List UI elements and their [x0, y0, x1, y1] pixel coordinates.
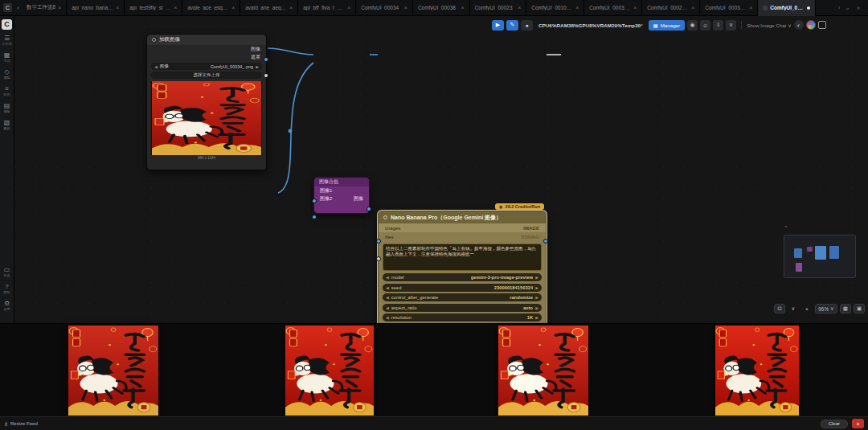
- tab-close-icon[interactable]: ×: [691, 5, 694, 10]
- minimap[interactable]: [784, 235, 856, 278]
- input-port-files[interactable]: [376, 256, 381, 261]
- workflow-tab-5[interactable]: avald_ane_aeg_1.5_×: [240, 0, 298, 16]
- workflow-tab-8[interactable]: ComfyUI_00038_×: [413, 0, 470, 16]
- theme-button[interactable]: ◐: [794, 20, 804, 30]
- workflow-tab-4[interactable]: avale_ace_esg_1.5_×: [182, 0, 240, 16]
- minimap-collapse-icon[interactable]: ⌃: [784, 225, 788, 231]
- workflow-tab-7[interactable]: ComfyUI_00034_×: [356, 0, 413, 16]
- upload-button[interactable]: 选择文件上传: [151, 72, 262, 79]
- tab-close-icon[interactable]: ×: [289, 5, 293, 10]
- sidebar-item-help[interactable]: ?帮助: [4, 283, 10, 294]
- zoom-menu-icon[interactable]: ∨: [788, 304, 799, 313]
- close-feed-button[interactable]: ×: [852, 419, 864, 428]
- generated-image-2[interactable]: [285, 326, 374, 416]
- tab-close-icon[interactable]: ×: [174, 5, 177, 10]
- output-port-image[interactable]: [366, 207, 371, 211]
- new-tab-button[interactable]: ＋: [855, 3, 862, 12]
- node-nano-banana-pro[interactable]: ◉28.2 Credits/Run Nano Banana Pro（Google…: [378, 211, 547, 323]
- workflow-tab-1[interactable]: 数字工作流8×: [22, 0, 67, 16]
- workflow-tab-2[interactable]: api_nano_banana_pro×: [67, 0, 125, 16]
- next-icon[interactable]: ▶: [535, 275, 538, 280]
- generated-image-1[interactable]: [68, 326, 158, 416]
- tab-close-icon[interactable]: ×: [749, 5, 752, 10]
- clear-feed-button[interactable]: Clear: [821, 420, 848, 428]
- sidebar-item-assets[interactable]: ▧素材: [4, 119, 10, 130]
- share-button[interactable]: ⇩: [713, 20, 723, 31]
- next-icon[interactable]: ▶: [535, 285, 538, 290]
- tab-close-icon[interactable]: ×: [633, 5, 637, 10]
- sidebar-item-queue[interactable]: ≡队列: [4, 85, 10, 96]
- widget-control-after-generate[interactable]: ◀control_after_generaterandomize▶: [383, 293, 542, 301]
- tab-close-icon[interactable]: ×: [518, 5, 521, 10]
- tabs-scroll-left-icon[interactable]: ‹: [17, 4, 19, 12]
- link-dot-icon[interactable]: [289, 129, 293, 133]
- generated-image-3[interactable]: [498, 326, 588, 416]
- tab-close-icon[interactable]: ×: [231, 5, 235, 10]
- prev-icon[interactable]: ◀: [386, 305, 389, 310]
- image-file-combo[interactable]: ◀图像ComfyUI_00034_.png▶: [151, 63, 262, 70]
- node-image-batch[interactable]: 图像合批 图像1 图像 图像2: [313, 177, 370, 214]
- workflow-tab-10[interactable]: ComfyUI_00104_ (2)×: [526, 0, 584, 16]
- notifications-button[interactable]: ◉: [687, 20, 698, 31]
- node-graph-canvas[interactable]: 加载图像 图像 遮罩 ◀图像ComfyUI_00034_.png▶ 选择文件上传…: [0, 16, 868, 323]
- prev-icon[interactable]: ◀: [386, 285, 389, 290]
- user-avatar[interactable]: [806, 20, 816, 30]
- resize-feed-control[interactable]: ⇕ Resize Feed: [4, 421, 38, 427]
- tab-close-icon[interactable]: ×: [116, 5, 119, 10]
- input-port-image2[interactable]: [312, 215, 317, 219]
- focus-mode-button[interactable]: ▣: [854, 304, 865, 313]
- tab-close-icon[interactable]: ×: [575, 5, 579, 10]
- workflow-tab-6[interactable]: api_bff_flva_t_banm×: [298, 0, 356, 16]
- tab-close-icon[interactable]: ×: [58, 5, 61, 10]
- workflow-tab-13[interactable]: ComfyUI_00036_ (2)×: [700, 0, 758, 16]
- prev-icon[interactable]: ◀: [386, 295, 389, 300]
- tab-menu-icon[interactable]: ⌄: [845, 4, 850, 11]
- workflow-tab-3[interactable]: api_test9fly_si_avid×: [125, 0, 182, 16]
- sidebar-item-settings[interactable]: ⚙设置: [4, 300, 10, 311]
- image-chat-toggle[interactable]: Show Image Chat∨: [747, 23, 792, 28]
- next-icon[interactable]: ▶: [256, 64, 259, 69]
- workflow-tab-11[interactable]: ComfyUI_00038_ (2)×: [584, 0, 642, 16]
- next-icon[interactable]: ▶: [535, 305, 538, 310]
- node-load-image-top[interactable]: 加载图像 图像 遮罩 ◀图像ComfyUI_00034_.png▶ 选择文件上传…: [146, 34, 267, 170]
- tabs-scroll-right-icon[interactable]: ›: [838, 4, 841, 11]
- workflow-tab-12[interactable]: ComfyUI_00023_ (2)×: [642, 0, 700, 16]
- workflow-tab-9[interactable]: ComfyUI_00023_×: [470, 0, 527, 16]
- collapse-dot-icon[interactable]: [152, 38, 156, 42]
- sidebar-item-templates[interactable]: ▤模板: [4, 102, 10, 113]
- tab-close-icon[interactable]: ×: [404, 5, 407, 10]
- prompt-textarea[interactable]: 结合以上二图素材制作中国特色「马上有钱」新年海报，颜色参照原图，马匹融入画面上下…: [383, 244, 542, 271]
- node-header[interactable]: Nano Banana Pro（Google Gemini 图像）: [379, 211, 546, 223]
- fullscreen-icon[interactable]: [818, 21, 826, 29]
- node-header[interactable]: 加载图像: [147, 35, 266, 45]
- quick-edit-button[interactable]: ✎: [506, 20, 518, 31]
- widget-model[interactable]: ◀modelgemini-3-pro-image-preview▶: [383, 273, 542, 281]
- next-icon[interactable]: ▶: [535, 315, 538, 320]
- tab-close-icon[interactable]: ×: [347, 5, 350, 10]
- run-button[interactable]: ▶: [492, 20, 504, 31]
- generated-image-4[interactable]: [715, 326, 799, 416]
- more-button[interactable]: ∨: [726, 20, 736, 31]
- collapse-dot-icon[interactable]: [383, 215, 387, 219]
- workflow-tab-active[interactable]: ComfyUI_00095_: [758, 0, 816, 16]
- node-header[interactable]: 图像合批: [314, 178, 369, 186]
- fit-view-button[interactable]: ⊡: [774, 304, 785, 313]
- next-icon[interactable]: ▶: [535, 295, 538, 300]
- zoom-level-button[interactable]: 96%∨: [815, 304, 837, 313]
- minimap-toggle-button[interactable]: ▦: [840, 304, 851, 313]
- sidebar-item-nodes[interactable]: ▦节点: [4, 51, 10, 63]
- prev-icon[interactable]: ◀: [386, 275, 389, 280]
- prev-icon[interactable]: ◀: [386, 315, 389, 320]
- widget-aspect-ratio[interactable]: ◀aspect_ratioauto▶: [383, 304, 542, 312]
- widget-resolution[interactable]: ◀resolution1K▶: [383, 313, 542, 321]
- close-icon[interactable]: ×: [801, 304, 813, 313]
- comfyui-logo-icon[interactable]: C: [2, 19, 12, 30]
- queue-options-button[interactable]: ●: [521, 20, 533, 31]
- account-button[interactable]: ☺: [700, 20, 710, 31]
- prev-icon[interactable]: ◀: [154, 64, 158, 69]
- sidebar-item-models[interactable]: ◇模型: [4, 68, 10, 80]
- widget-seed[interactable]: ◀seed230000184150324▶: [383, 284, 542, 292]
- tab-close-icon[interactable]: ×: [461, 5, 465, 10]
- sidebar-item-logs[interactable]: ▭日志: [4, 266, 10, 277]
- sidebar-item-workflows[interactable]: ☰工作流: [2, 35, 12, 46]
